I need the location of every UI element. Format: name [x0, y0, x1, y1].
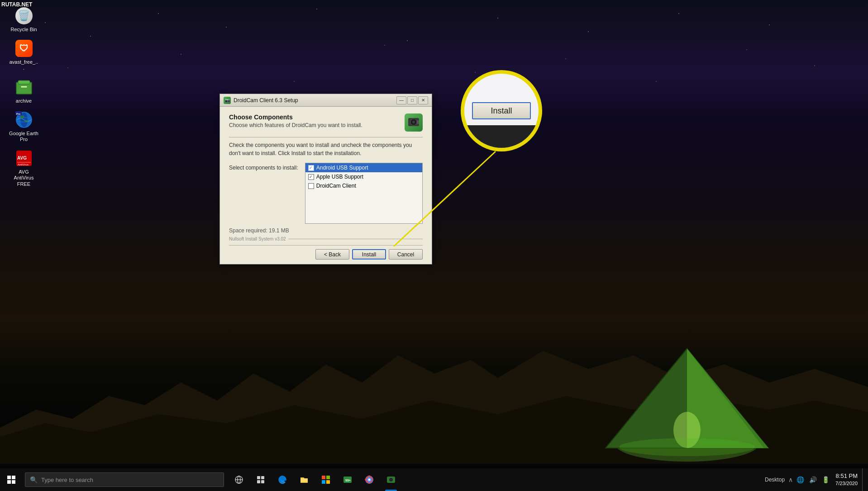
- svg-text:AVG: AVG: [17, 156, 27, 161]
- taskbar-search-icon: 🔍: [30, 476, 38, 483]
- droidcam-icon-large: [405, 113, 423, 132]
- show-desktop-button[interactable]: [862, 468, 866, 491]
- window-app-icon: 📷: [224, 97, 231, 104]
- installer-window: 📷 DroidCam Client 6.3 Setup — □ ✕ Choose…: [219, 94, 432, 264]
- taskbar-droidcam-button[interactable]: [381, 468, 401, 491]
- apple-usb-checkbox[interactable]: [308, 174, 314, 180]
- desktop-icon-avg[interactable]: AVG AntiVirus AVG AntiVirus FREE: [7, 147, 41, 189]
- instructions-text: Check the components you want to install…: [229, 141, 423, 157]
- google-earth-label: Google Earth Pro: [9, 131, 38, 142]
- android-usb-checkbox[interactable]: [308, 165, 314, 171]
- taskbar-virtual-desktops-button[interactable]: [250, 468, 271, 491]
- window-header-text: Choose Components Choose which features …: [229, 113, 405, 128]
- zoom-annotation-circle: Install: [461, 70, 542, 151]
- taskbar-store-button[interactable]: [315, 468, 336, 491]
- avast-label: avast_free_...: [9, 59, 38, 71]
- section-title: Choose Components: [229, 113, 405, 121]
- svg-text:Pro: Pro: [16, 112, 21, 115]
- component-item-android-usb[interactable]: Android USB Support: [305, 163, 422, 172]
- google-earth-icon: Pro: [15, 111, 33, 129]
- archive-label: archive: [16, 98, 32, 104]
- taskbar-speaker-icon[interactable]: 🔊: [808, 475, 818, 485]
- component-item-apple-usb[interactable]: Apple USB Support: [305, 172, 422, 181]
- taskbar-edge-button[interactable]: [272, 468, 293, 491]
- window-minimize-button[interactable]: —: [396, 96, 406, 104]
- tent: [596, 340, 777, 466]
- svg-rect-28: [7, 476, 11, 479]
- window-maximize-button[interactable]: □: [407, 96, 417, 104]
- desktop-icons-container: 🗑️ Recycle Bin 🛡 avast_free_... archive: [7, 5, 41, 189]
- svg-rect-40: [326, 476, 330, 479]
- svg-point-51: [390, 479, 392, 481]
- nullsoft-text: Nullsoft Install System v3.02: [229, 236, 423, 241]
- desktop-icon-google-earth-pro[interactable]: Pro Google Earth Pro: [7, 109, 41, 145]
- taskbar-clock[interactable]: 8:51 PM 7/23/2020: [835, 472, 858, 487]
- svg-rect-10: [21, 86, 27, 88]
- window-controls: — □ ✕: [396, 96, 428, 104]
- archive-icon: [15, 78, 33, 96]
- taskbar-show-more-icon[interactable]: ∧: [788, 476, 793, 483]
- desktop-icon-archive[interactable]: archive: [7, 76, 41, 106]
- svg-rect-31: [12, 480, 15, 484]
- taskbar-right-section: Desktop ∧ 🌐 🔊 🔋 8:51 PM 7/23/2020: [765, 468, 868, 491]
- back-button[interactable]: < Back: [315, 249, 349, 260]
- taskbar-battery-icon[interactable]: 🔋: [820, 475, 831, 485]
- avg-icon: AVG AntiVirus: [15, 149, 33, 167]
- android-usb-label: Android USB Support: [316, 165, 368, 171]
- recycle-bin-label: Recycle Bin: [10, 27, 37, 33]
- taskbar-badge-app-button[interactable]: 99+: [337, 468, 358, 491]
- window-header-section: Choose Components Choose which features …: [229, 113, 423, 132]
- components-row: Select components to install: Android US…: [229, 163, 423, 224]
- svg-rect-26: [417, 120, 419, 124]
- window-close-button[interactable]: ✕: [418, 96, 428, 104]
- desktop-icon-recycle-bin[interactable]: 🗑️ Recycle Bin: [7, 5, 41, 35]
- svg-rect-42: [326, 480, 330, 484]
- components-label: Select components to install:: [229, 163, 298, 171]
- components-list-box[interactable]: Android USB Support Apple USB Support Dr…: [305, 163, 423, 224]
- cancel-button[interactable]: Cancel: [389, 249, 423, 260]
- svg-rect-35: [257, 476, 260, 479]
- zoom-install-button[interactable]: Install: [472, 102, 531, 119]
- taskbar-file-explorer-button[interactable]: [294, 468, 315, 491]
- svg-point-25: [413, 121, 415, 123]
- start-button[interactable]: [0, 468, 23, 491]
- svg-rect-9: [18, 80, 30, 84]
- svg-point-7: [619, 438, 755, 456]
- window-title: DroidCam Client 6.3 Setup: [234, 97, 396, 104]
- window-footer: < Back Install Cancel: [229, 245, 423, 260]
- svg-rect-38: [261, 480, 264, 483]
- taskbar-search-bar[interactable]: 🔍 Type here to search: [25, 472, 224, 487]
- svg-rect-39: [322, 476, 325, 479]
- avast-icon: 🛡: [15, 39, 33, 57]
- window-titlebar[interactable]: 📷 DroidCam Client 6.3 Setup — □ ✕: [220, 94, 432, 107]
- taskbar-desktop-label: Desktop: [765, 477, 785, 483]
- taskbar-network-icon[interactable]: 🌐: [795, 475, 806, 485]
- apple-usb-label: Apple USB Support: [316, 174, 363, 180]
- taskbar-task-view-button[interactable]: [229, 468, 249, 491]
- svg-point-48: [368, 479, 371, 481]
- svg-text:AntiVirus: AntiVirus: [18, 163, 29, 166]
- taskbar-tray-icons: 🌐 🔊 🔋: [795, 475, 831, 485]
- droidcam-client-checkbox[interactable]: [308, 183, 314, 189]
- section-divider: [229, 137, 423, 137]
- svg-rect-29: [12, 476, 15, 479]
- taskbar-time: 8:51 PM: [836, 472, 858, 480]
- component-item-droidcam-client[interactable]: DroidCam Client: [305, 181, 422, 190]
- window-content: Choose Components Choose which features …: [220, 107, 432, 264]
- desktop-icon-avast[interactable]: 🛡 avast_free_...: [7, 37, 41, 73]
- svg-text:99+: 99+: [345, 479, 351, 482]
- space-required-text: Space required: 19.1 MB: [229, 227, 423, 234]
- recycle-bin-icon: 🗑️: [15, 7, 33, 25]
- taskbar: 🔍 Type here to search: [0, 468, 868, 491]
- svg-rect-41: [322, 480, 325, 484]
- svg-rect-37: [257, 480, 260, 483]
- taskbar-date: 7/23/2020: [835, 480, 858, 487]
- taskbar-search-text: Type here to search: [41, 477, 93, 483]
- zoom-black-bar: [464, 125, 539, 148]
- taskbar-app-icons: 99+: [229, 468, 401, 491]
- taskbar-chrome-button[interactable]: [359, 468, 380, 491]
- section-subtitle: Choose which features of DroidCam you wa…: [229, 122, 405, 128]
- install-button[interactable]: Install: [352, 249, 386, 260]
- svg-rect-36: [261, 476, 264, 479]
- svg-rect-30: [7, 480, 11, 484]
